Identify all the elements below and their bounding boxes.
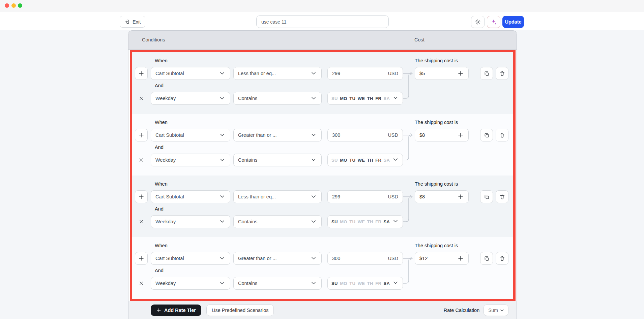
minimize-window-button[interactable]: [11, 3, 16, 8]
remove-condition-button[interactable]: [135, 92, 148, 105]
rate-calculation-select[interactable]: Sum: [484, 305, 508, 316]
remove-condition-button[interactable]: [135, 154, 148, 166]
duplicate-tier-button[interactable]: [480, 129, 493, 141]
condition-field-select[interactable]: Cart Subtotal: [151, 129, 230, 141]
condition-row: Weekday Contains SU MO TU WE TH FR: [135, 215, 403, 228]
weekday-option-fr[interactable]: FR: [375, 219, 381, 224]
weekday-option-th[interactable]: TH: [367, 281, 373, 286]
weekday-option-su[interactable]: SU: [331, 219, 338, 224]
weekday-option-tu[interactable]: TU: [349, 96, 355, 101]
copy-icon: [484, 194, 490, 200]
add-condition-button[interactable]: [135, 129, 148, 141]
weekday-option-mo[interactable]: MO: [340, 96, 347, 101]
weekday-option-su[interactable]: SU: [331, 96, 338, 101]
condition-value-input[interactable]: 299 USD: [327, 67, 403, 80]
shipping-cost-value: $12: [419, 256, 428, 261]
condition-value-input[interactable]: 300 USD: [327, 252, 403, 265]
condition-row: Weekday Contains SU MO TU WE TH FR: [135, 92, 403, 105]
duplicate-tier-button[interactable]: [480, 190, 493, 203]
delete-tier-button[interactable]: [496, 252, 508, 265]
and-label: And: [155, 206, 164, 212]
condition-operator-select[interactable]: Contains: [233, 92, 322, 105]
condition-operator-select[interactable]: Greater than or ...: [233, 129, 322, 141]
weekday-option-we[interactable]: WE: [358, 158, 365, 163]
condition-field-value: Cart Subtotal: [155, 71, 184, 76]
add-condition-button[interactable]: [135, 67, 148, 80]
increase-cost-icon[interactable]: [457, 193, 464, 200]
increase-cost-icon[interactable]: [457, 70, 464, 77]
add-condition-button[interactable]: [135, 252, 148, 265]
condition-operator-select[interactable]: Greater than or ...: [233, 252, 322, 265]
weekday-picker[interactable]: SU MO TU WE TH FR SA: [327, 154, 403, 166]
weekday-option-mo[interactable]: MO: [340, 281, 347, 286]
weekday-option-tu[interactable]: TU: [349, 219, 355, 224]
add-condition-button[interactable]: [135, 190, 148, 203]
condition-operator-select[interactable]: Less than or eq...: [233, 190, 322, 203]
close-window-button[interactable]: [5, 3, 9, 8]
remove-condition-button[interactable]: [135, 215, 148, 228]
condition-value-input[interactable]: 299 USD: [327, 190, 403, 203]
weekday-option-we[interactable]: WE: [358, 219, 365, 224]
condition-operator-select[interactable]: Contains: [233, 154, 322, 166]
weekday-option-fr[interactable]: FR: [375, 158, 381, 163]
delete-tier-button[interactable]: [496, 129, 508, 141]
remove-condition-button[interactable]: [135, 277, 148, 290]
weekday-picker[interactable]: SU MO TU WE TH FR SA: [327, 92, 403, 105]
weekday-option-fr[interactable]: FR: [375, 281, 381, 286]
update-button[interactable]: Update: [502, 16, 524, 28]
weekday-option-fr[interactable]: FR: [375, 96, 381, 101]
weekday-option-tu[interactable]: TU: [349, 281, 355, 286]
delete-tier-button[interactable]: [496, 190, 508, 203]
add-rate-tier-button[interactable]: Add Rate Tier: [151, 305, 201, 316]
chevron-down-icon: [219, 95, 226, 102]
condition-operator-select[interactable]: Less than or eq...: [233, 67, 322, 80]
increase-cost-icon[interactable]: [457, 255, 464, 262]
condition-operator-select[interactable]: Contains: [233, 277, 322, 290]
rate-name-input[interactable]: [256, 15, 389, 28]
condition-value: 300: [332, 132, 340, 138]
weekday-option-we[interactable]: WE: [358, 281, 365, 286]
weekday-option-we[interactable]: WE: [358, 96, 365, 101]
condition-field-select[interactable]: Weekday: [151, 92, 230, 105]
rate-calculation-group: Rate Calculation Sum: [444, 305, 508, 316]
weekday-option-su[interactable]: SU: [331, 158, 338, 163]
theme-toggle-button[interactable]: [471, 16, 485, 28]
use-predefined-scenarios-button[interactable]: Use Predefined Scenarios: [206, 305, 274, 316]
weekday-option-sa[interactable]: SA: [384, 219, 390, 224]
duplicate-tier-button[interactable]: [480, 67, 493, 80]
zoom-window-button[interactable]: [18, 3, 22, 8]
condition-field-select[interactable]: Cart Subtotal: [151, 67, 230, 80]
condition-field-select[interactable]: Weekday: [151, 277, 230, 290]
condition-field-select[interactable]: Weekday: [151, 215, 230, 228]
shipping-cost-input[interactable]: $8: [415, 190, 469, 203]
shipping-cost-input[interactable]: $8: [415, 129, 469, 141]
shipping-cost-label: The shipping cost is: [415, 243, 458, 248]
weekday-option-sa[interactable]: SA: [384, 96, 390, 101]
condition-row: Weekday Contains SU MO TU WE TH FR: [135, 154, 403, 166]
weekday-option-tu[interactable]: TU: [349, 158, 355, 163]
weekday-option-mo[interactable]: MO: [340, 219, 347, 224]
delete-tier-button[interactable]: [496, 67, 508, 80]
exit-button[interactable]: Exit: [120, 16, 145, 28]
condition-operator-select[interactable]: Contains: [233, 215, 322, 228]
duplicate-tier-button[interactable]: [480, 252, 493, 265]
weekday-option-th[interactable]: TH: [367, 158, 373, 163]
condition-value-input[interactable]: 300 USD: [327, 129, 403, 141]
condition-field-select[interactable]: Weekday: [151, 154, 230, 166]
condition-row: Weekday Contains SU MO TU WE TH FR: [135, 277, 403, 290]
weekday-option-mo[interactable]: MO: [340, 158, 347, 163]
weekday-picker[interactable]: SU MO TU WE TH FR SA: [327, 215, 403, 228]
condition-field-select[interactable]: Cart Subtotal: [151, 190, 230, 203]
increase-cost-icon[interactable]: [457, 132, 464, 138]
condition-field-select[interactable]: Cart Subtotal: [151, 252, 230, 265]
weekday-option-sa[interactable]: SA: [384, 281, 390, 286]
weekday-option-su[interactable]: SU: [331, 281, 338, 286]
weekday-option-sa[interactable]: SA: [384, 158, 390, 163]
shipping-cost-input[interactable]: $12: [415, 252, 469, 265]
weekday-picker[interactable]: SU MO TU WE TH FR SA: [327, 277, 403, 290]
weekday-option-th[interactable]: TH: [367, 219, 373, 224]
weekday-option-th[interactable]: TH: [367, 96, 373, 101]
sun-icon: [475, 19, 481, 25]
ai-assistant-button[interactable]: [487, 16, 500, 28]
shipping-cost-input[interactable]: $5: [415, 67, 469, 80]
